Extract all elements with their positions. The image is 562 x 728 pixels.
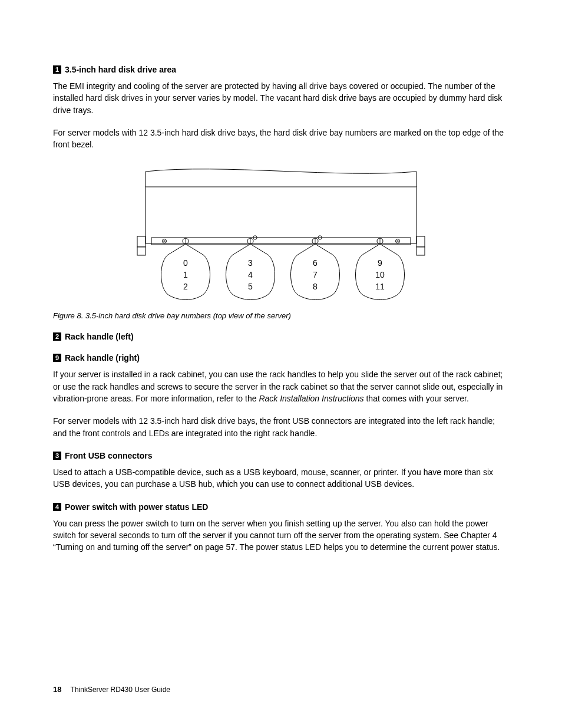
svg-rect-6 — [137, 247, 146, 255]
heading-text: Power switch with power status LED — [65, 502, 208, 512]
svg-rect-7 — [416, 236, 425, 247]
paragraph: Used to attach a USB-compatible device, … — [53, 466, 509, 490]
bay-group-2: 6 7 8 — [291, 236, 340, 300]
page-number: 18 — [53, 685, 61, 694]
callout-number: 3 — [53, 452, 61, 460]
paragraph: You can press the power switch to turn o… — [53, 518, 509, 554]
heading-text: Front USB connectors — [65, 451, 153, 460]
callout-number: 4 — [53, 503, 61, 511]
heading-front-usb: 3 Front USB connectors — [53, 451, 509, 460]
paragraph: For server models with 12 3.5-inch hard … — [53, 415, 509, 439]
document-page: 1 3.5-inch hard disk drive area The EMI … — [0, 0, 562, 728]
figure-drive-bay-diagram: 0 1 2 3 4 5 6 7 8 — [53, 166, 509, 303]
heading-rack-handle-left: 2 Rack handle (left) — [53, 332, 509, 341]
bay-number: 5 — [248, 282, 253, 291]
svg-point-9 — [163, 239, 167, 243]
reference-title: Rack Installation Instructions — [259, 394, 363, 403]
bay-number: 8 — [313, 282, 318, 291]
paragraph-text: that comes with your server. — [364, 394, 469, 403]
callout-number: 9 — [53, 354, 61, 362]
page-footer: 18 ThinkServer RD430 User Guide — [53, 685, 170, 694]
svg-rect-8 — [416, 247, 425, 255]
heading-text: Rack handle (left) — [65, 332, 134, 341]
svg-point-12 — [397, 241, 398, 242]
svg-rect-0 — [146, 187, 416, 243]
bay-group-3: 9 10 11 — [356, 238, 405, 300]
heading-hdd-area: 1 3.5-inch hard disk drive area — [53, 65, 509, 74]
callout-number: 1 — [53, 65, 61, 74]
svg-rect-5 — [137, 236, 146, 247]
paragraph: The EMI integrity and cooling of the ser… — [53, 80, 509, 116]
document-title: ThinkServer RD430 User Guide — [71, 686, 170, 694]
drive-bay-svg: 0 1 2 3 4 5 6 7 8 — [134, 166, 428, 301]
bay-number: 0 — [183, 258, 188, 268]
bay-number: 3 — [248, 258, 253, 268]
svg-point-10 — [164, 241, 165, 242]
heading-text: 3.5-inch hard disk drive area — [65, 65, 176, 74]
callout-number: 2 — [53, 332, 61, 341]
bay-number: 4 — [248, 270, 253, 279]
bay-group-1: 3 4 5 — [226, 236, 275, 300]
paragraph: If your server is installed in a rack ca… — [53, 368, 509, 404]
figure-caption: Figure 8. 3.5-inch hard disk drive bay n… — [53, 311, 509, 320]
bay-number: 9 — [378, 258, 382, 268]
svg-point-11 — [396, 239, 400, 243]
bay-number: 6 — [313, 258, 318, 268]
paragraph: For server models with 12 3.5-inch hard … — [53, 127, 509, 151]
heading-power-switch: 4 Power switch with power status LED — [53, 502, 509, 512]
heading-text: Rack handle (right) — [65, 353, 140, 363]
bay-number: 7 — [313, 270, 318, 279]
bay-group-0: 0 1 2 — [161, 238, 210, 300]
bay-number: 11 — [375, 282, 385, 291]
bay-number: 1 — [183, 270, 188, 279]
heading-rack-handle-right: 9 Rack handle (right) — [53, 353, 509, 363]
bay-number: 10 — [375, 270, 385, 279]
bay-number: 2 — [183, 282, 188, 291]
